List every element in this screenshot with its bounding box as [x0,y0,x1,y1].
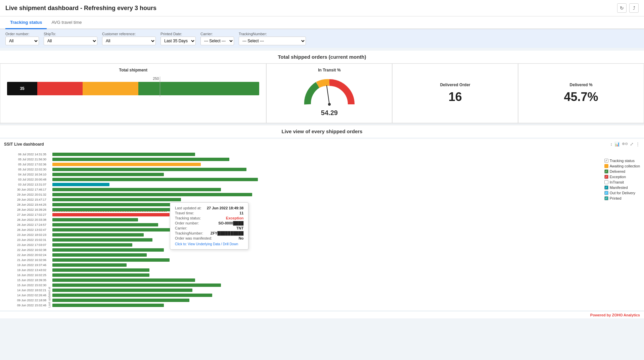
tooltip-travel-time-value: 11 [239,211,243,215]
h-bar [52,208,189,211]
filter-order-number-label: Order number: [5,32,39,36]
expand-icon[interactable]: ⤢ [630,142,634,147]
bar-row[interactable] [52,278,321,282]
legend-checkbox-intransit[interactable] [604,180,608,184]
tooltip-carrier: Carrier: TNT [175,226,243,230]
legend-checkbox-printed[interactable]: ✓ [604,196,608,200]
bar-chart-icon[interactable]: 📊 [614,142,620,147]
bar-segment-green [138,82,260,95]
powered-by-brand: ZOHO Analytics [612,313,640,317]
legend-intransit: InTransit [604,180,640,184]
legend-checkbox-manifested[interactable]: ✓ [604,186,608,190]
tabs-bar: Tracking status AVG travel time [0,16,644,29]
bar-row[interactable] [52,162,321,167]
last-updated-axis-label: Last updated at [48,149,51,308]
bar-row[interactable] [52,167,321,172]
y-axis-label: 22 Jun 2022 16:02:38 [4,248,48,252]
legend-checkbox-exception[interactable]: ✓ [604,175,608,179]
bar-row[interactable] [52,298,321,303]
y-axis-label: 29 Jun 2022 15:47:17 [4,197,48,202]
legend-checkbox-out-delivery[interactable]: ✓ [604,191,608,195]
filter-printed-date-select[interactable]: Last 35 Days [160,37,196,45]
filter-carrier-label: Carrier: [200,32,234,36]
legend-delivered: ✓ Delivered [604,169,640,173]
y-axis-label: 03 Jul 2022 13:31:07 [4,182,48,187]
kpi-delivered-pct-value: 45.7% [564,90,598,104]
refresh-button[interactable]: ↻ [617,3,627,13]
h-bar [52,228,184,232]
bar-segment-yellow [83,82,138,95]
legend-label-delivered: Delivered [610,169,625,173]
bar-segment-black: 35 [7,82,37,95]
zoom-icon[interactable]: ⊕⊖ [622,142,628,147]
h-bar [52,168,246,171]
chart-panel-title: SSIT Live dashboard [4,142,44,147]
h-bar [52,263,127,267]
share-button[interactable]: ⤴ [629,3,639,13]
bar-row[interactable] [52,293,321,298]
bar-row[interactable] [52,152,321,157]
h-bar [52,153,195,156]
h-bar [52,183,109,186]
bar-row[interactable] [52,177,321,182]
kpi-delivered-pct: Delivered % 45.7% [518,63,644,123]
bar-row[interactable] [52,253,321,257]
kpi-row: Total shipment 250 35 In Transit % [0,63,644,123]
bar-row[interactable] [52,263,321,267]
h-bar [52,248,164,252]
legend-checkbox-delivered[interactable]: ✓ [604,169,608,173]
bar-row[interactable] [52,273,321,277]
tooltip-travel-time-label: Travel time: [175,211,194,215]
legend-out-for-delivery: ✓ Out for Delivery [604,191,640,195]
bar-row[interactable] [52,182,321,187]
y-axis-label: 19 Jun 2022 19:37:46 [4,263,48,267]
y-axis-label: 06 Jul 2022 14:31:35 [4,152,48,157]
h-bar [52,273,149,277]
h-bar [52,193,252,196]
filter-ship-to-label: ShipTo: [44,32,97,36]
y-axis-label: 09 Jun 2022 22:18:08 [4,298,48,303]
bar-row[interactable] [52,303,321,308]
tooltip-last-updated-value: 27 Jun 2022 18:49:38 [207,206,243,210]
h-bar [52,253,147,257]
bar-row[interactable] [52,288,321,293]
legend-checkbox-tracking[interactable]: ✓ [604,159,608,163]
bar-row[interactable] [52,283,321,288]
filter-tracking-number-select[interactable]: --- Select --- [239,37,306,45]
kpi-total-shipment-title: Total shipment [4,68,262,72]
filter-ship-to-select[interactable]: All [44,37,97,45]
tooltip-manifested-value: No [239,236,244,240]
bar-row[interactable] [52,192,321,197]
tab-avg-travel-time[interactable]: AVG travel time [47,16,86,29]
tooltip-tracking-status: Tracking status: Exception [175,216,243,220]
tooltip-order-number-value: SO-0000████ [218,221,243,225]
filter-order-number-select[interactable]: All [5,37,39,45]
bar-row[interactable] [52,187,321,192]
sort-icon[interactable]: ↕ [610,142,613,147]
tab-tracking-status[interactable]: Tracking status [5,16,47,29]
bar-row[interactable] [52,258,321,262]
bar-segment-red [37,82,83,95]
bar-row[interactable] [52,157,321,162]
filter-carrier: Carrier: --- Select --- [200,32,234,45]
bar-row[interactable] [52,197,321,202]
filter-customer-ref-select[interactable]: All [102,37,156,45]
legend-label-printed: Printed [610,196,622,200]
tooltip-click-link[interactable]: Click to: View Underlying Data / Drill D… [175,242,243,246]
bar-row[interactable] [52,172,321,177]
svg-line-0 [327,86,329,104]
filter-carrier-select[interactable]: --- Select --- [200,37,234,45]
legend-manifested: ✓ Manifested [604,186,640,190]
h-bar [52,198,181,201]
chart-body: 06 Jul 2022 14:31:3505 Jul 2022 21:56:30… [4,149,640,308]
y-axis-label: 14 Jun 2022 02:26:46 [4,293,48,298]
legend-label-intransit: InTransit [610,180,624,184]
legend-label-out-delivery: Out for Delivery [610,191,635,195]
more-icon[interactable]: ⋮ [636,142,640,147]
bar-row[interactable] [52,268,321,272]
chart-panel-icons: ↕ 📊 ⊕⊖ ⤢ ⋮ [610,142,640,147]
h-bar [52,163,201,166]
kpi-in-transit: In Transit % 54.29 [266,63,392,123]
kpi-in-transit-title: In Transit % [271,68,388,72]
y-axis-label: 23 Jun 2022 15:02:31 [4,238,48,242]
